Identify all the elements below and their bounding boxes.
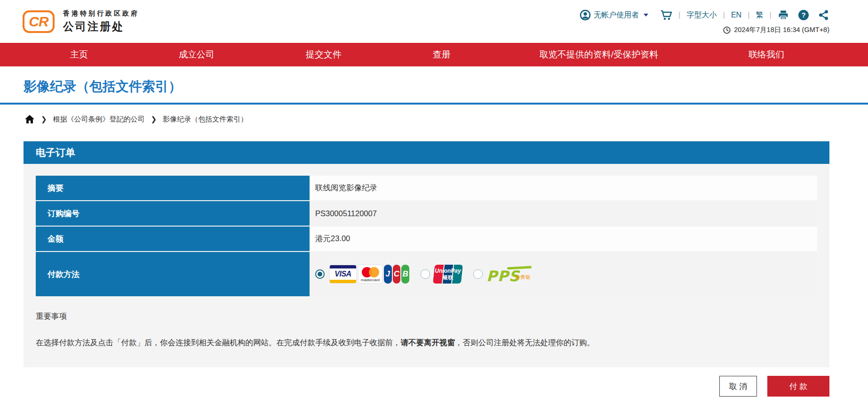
logo-group[interactable]: CR 香港特别行政区政府 公司注册处 xyxy=(23,9,139,34)
mastercard-logo: mastercard xyxy=(358,265,382,284)
pps-cn: 缴费聪 xyxy=(515,274,531,281)
separator: | xyxy=(769,10,772,20)
mastercard-wordmark: mastercard xyxy=(358,278,382,282)
row-label-amount: 金额 xyxy=(36,227,310,251)
font-size-label: 字型大小 xyxy=(687,10,717,20)
dept-name: 公司注册处 xyxy=(63,19,139,34)
cancel-button[interactable]: 取 消 xyxy=(719,376,757,397)
lang-en-label: EN xyxy=(731,11,741,19)
row-value-summary: 联线阅览影像纪录 xyxy=(310,176,817,200)
separator: | xyxy=(722,10,726,20)
print-icon[interactable] xyxy=(778,9,789,21)
jcb-logo: J C B xyxy=(384,265,409,284)
page: CR 香港特别行政区政府 公司注册处 无帐户使用者 xyxy=(0,0,868,414)
nav-item-incorporation[interactable]: 成立公司 xyxy=(179,43,215,66)
radio-pps[interactable] xyxy=(473,269,483,279)
breadcrumb-registered-companies[interactable]: 根据《公司条例》登記的公司 xyxy=(53,115,145,124)
top-header: CR 香港特别行政区政府 公司注册处 无帐户使用者 xyxy=(0,0,868,43)
e-order-panel: 电子订单 摘要 联线阅览影像纪录 订购编号 PS300051120007 金额 … xyxy=(24,141,829,367)
breadcrumb-current-page: 影像纪录（包括文件索引） xyxy=(163,115,247,124)
cart-icon[interactable] xyxy=(660,9,672,21)
unionpay-logo: UnionPay 银联 xyxy=(434,265,462,284)
row-label-payment-method: 付款方法 xyxy=(36,252,310,296)
mastercard-orange-circle xyxy=(369,267,379,277)
radio-credit-card[interactable] xyxy=(315,269,325,279)
pay-button[interactable]: 付 款 xyxy=(767,376,829,397)
clock-icon xyxy=(723,26,731,34)
title-divider xyxy=(0,103,868,105)
row-label-summary: 摘要 xyxy=(36,176,310,200)
credit-card-logos: VISA mastercard J C B xyxy=(329,265,409,284)
cr-logo-text: CR xyxy=(29,14,48,30)
font-size-control[interactable]: 字型大小 xyxy=(687,10,717,20)
action-buttons: 取 消 付 款 xyxy=(719,376,829,397)
visa-wordmark: VISA xyxy=(330,270,356,278)
breadcrumb-separator: ❯ xyxy=(151,115,157,123)
important-notes-heading: 重要事项 xyxy=(36,311,817,322)
datetime-label: 2024年7月18日 16:34 (GMT+8) xyxy=(734,25,829,34)
jcb-stripe-green: B xyxy=(401,265,409,284)
chevron-down-icon xyxy=(644,14,648,16)
important-notes-text: 在选择付款方法及点击「付款」后，你会连接到相关金融机构的网站。在完成付款手续及收… xyxy=(36,337,817,349)
radio-unionpay[interactable] xyxy=(421,269,430,279)
user-label: 无帐户使用者 xyxy=(594,10,639,20)
order-table: 摘要 联线阅览影像纪录 订购编号 PS300051120007 金额 港元23.… xyxy=(36,176,817,296)
share-icon[interactable] xyxy=(818,9,829,21)
visa-bottom-bar xyxy=(330,280,356,283)
breadcrumb: ❯ 根据《公司条例》登記的公司 ❯ 影像纪录（包括文件索引） xyxy=(24,114,247,124)
cr-logo: CR xyxy=(23,10,55,33)
svg-text:?: ? xyxy=(801,11,805,19)
page-title: 影像纪录（包括文件索引） xyxy=(24,78,182,96)
unionpay-cn: 银联 xyxy=(443,274,453,281)
lang-zh-label: 繁 xyxy=(756,10,764,20)
help-icon[interactable]: ? xyxy=(798,9,809,21)
lang-en-link[interactable]: EN xyxy=(731,11,741,19)
row-label-order-number: 订购编号 xyxy=(36,201,310,226)
panel-title: 电子订单 xyxy=(24,141,829,164)
visa-top-bar xyxy=(330,265,356,268)
header-utilities: 无帐户使用者 | 字型大小 | EN | xyxy=(580,9,829,34)
main-nav: 主页 成立公司 提交文件 查册 取览不提供的资料/受保护资料 联络我们 xyxy=(0,43,868,66)
gov-name: 香港特别行政区政府 xyxy=(63,9,139,18)
row-value-order-number: PS300051120007 xyxy=(310,201,817,226)
notes-part1: 在选择付款方法及点击「付款」后，你会连接到相关金融机构的网站。在完成付款手续及收… xyxy=(36,338,401,347)
breadcrumb-separator: ❯ xyxy=(41,115,47,123)
nav-item-search[interactable]: 查册 xyxy=(433,43,451,66)
row-value-payment-method: VISA mastercard J C B xyxy=(310,252,817,296)
separator: | xyxy=(747,10,750,20)
utility-row: 无帐户使用者 | 字型大小 | EN | xyxy=(580,9,829,21)
row-value-amount: 港元23.00 xyxy=(310,227,817,251)
user-icon xyxy=(580,9,591,21)
nav-item-home[interactable]: 主页 xyxy=(70,43,88,66)
notes-part2: ，否则公司注册处将无法处理你的订购。 xyxy=(455,338,595,347)
home-icon[interactable] xyxy=(24,114,35,124)
nav-item-contact[interactable]: 联络我们 xyxy=(749,43,784,66)
unionpay-en: UnionPay xyxy=(435,268,461,274)
separator: | xyxy=(677,10,681,20)
dept-titles: 香港特别行政区政府 公司注册处 xyxy=(63,9,139,34)
jcb-stripe-blue: J xyxy=(384,265,392,284)
user-menu[interactable]: 无帐户使用者 xyxy=(580,9,648,21)
notes-bold: 请不要离开视窗 xyxy=(401,338,455,347)
lang-traditional-link[interactable]: 繁 xyxy=(756,10,764,20)
unionpay-wordmark: UnionPay 银联 xyxy=(434,265,462,284)
nav-item-protected-info[interactable]: 取览不提供的资料/受保护资料 xyxy=(540,43,658,66)
pps-logo: PPS 缴费聪 xyxy=(486,265,532,284)
nav-item-filing[interactable]: 提交文件 xyxy=(306,43,342,66)
datetime-row: 2024年7月18日 16:34 (GMT+8) xyxy=(580,25,829,34)
visa-logo: VISA xyxy=(329,265,357,284)
payment-options: VISA mastercard J C B xyxy=(315,265,532,284)
jcb-stripe-red: C xyxy=(393,265,401,284)
panel-body: 摘要 联线阅览影像纪录 订购编号 PS300051120007 金额 港元23.… xyxy=(24,164,829,367)
